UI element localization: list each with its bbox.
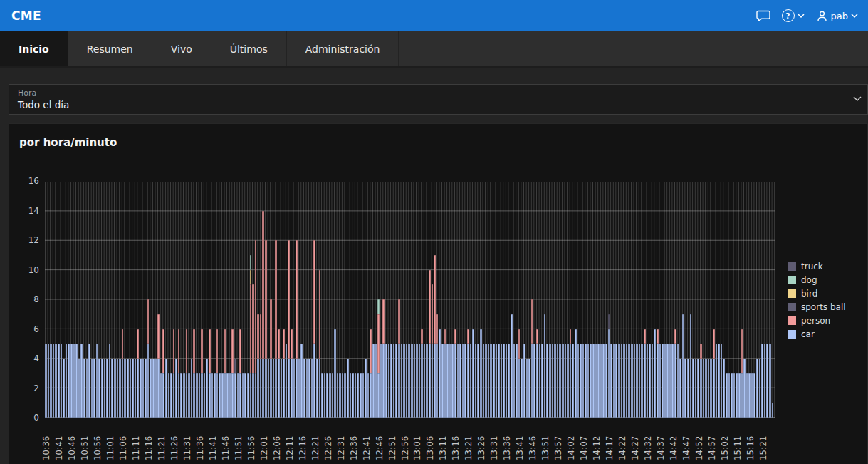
bar[interactable] bbox=[78, 359, 80, 418]
bar[interactable] bbox=[173, 329, 175, 418]
bar[interactable] bbox=[385, 344, 387, 418]
bar[interactable] bbox=[666, 344, 669, 418]
bar[interactable] bbox=[557, 344, 559, 418]
bar[interactable] bbox=[652, 344, 654, 418]
bar[interactable] bbox=[68, 344, 70, 418]
bar[interactable] bbox=[590, 344, 592, 418]
bar[interactable] bbox=[705, 359, 707, 418]
bar[interactable] bbox=[580, 344, 582, 418]
bar[interactable] bbox=[201, 329, 203, 418]
bar[interactable] bbox=[567, 344, 569, 418]
bar[interactable] bbox=[446, 344, 449, 418]
bar[interactable] bbox=[549, 344, 551, 418]
bar[interactable] bbox=[641, 344, 643, 418]
bar[interactable] bbox=[132, 359, 134, 418]
bar[interactable] bbox=[61, 344, 63, 418]
bar[interactable] bbox=[319, 270, 321, 418]
bar[interactable] bbox=[298, 359, 300, 418]
bar[interactable] bbox=[498, 344, 500, 418]
bar[interactable] bbox=[306, 359, 308, 418]
bar[interactable] bbox=[377, 299, 380, 418]
bar[interactable] bbox=[743, 359, 746, 418]
bar[interactable] bbox=[145, 359, 147, 418]
bar[interactable] bbox=[237, 373, 239, 418]
bar[interactable] bbox=[275, 240, 277, 418]
legend-item-truck[interactable]: truck bbox=[788, 262, 846, 272]
bar[interactable] bbox=[73, 344, 75, 418]
bar[interactable] bbox=[180, 373, 182, 418]
bar[interactable] bbox=[231, 329, 234, 418]
bar[interactable] bbox=[291, 329, 293, 418]
bar[interactable] bbox=[199, 373, 201, 418]
bar[interactable] bbox=[531, 299, 533, 418]
bar[interactable] bbox=[124, 359, 126, 418]
bar[interactable] bbox=[662, 344, 664, 418]
bar[interactable] bbox=[214, 373, 216, 418]
tab-vivo[interactable]: Vivo bbox=[152, 31, 211, 66]
bar[interactable] bbox=[759, 359, 761, 418]
bar[interactable] bbox=[117, 359, 119, 418]
bar[interactable] bbox=[357, 373, 359, 418]
bar[interactable] bbox=[137, 329, 139, 418]
bar[interactable] bbox=[244, 373, 246, 418]
bar[interactable] bbox=[206, 359, 208, 418]
bar[interactable] bbox=[490, 344, 492, 418]
bar[interactable] bbox=[265, 240, 267, 418]
bar[interactable] bbox=[654, 329, 656, 418]
time-filter-select[interactable]: Hora Todo el día bbox=[9, 84, 868, 115]
bar[interactable] bbox=[664, 344, 666, 418]
bar[interactable] bbox=[157, 314, 160, 418]
bar[interactable] bbox=[575, 329, 577, 418]
bar[interactable] bbox=[528, 359, 530, 418]
bar[interactable] bbox=[708, 359, 710, 418]
bar[interactable] bbox=[355, 373, 357, 418]
bar[interactable] bbox=[766, 344, 768, 418]
bar[interactable] bbox=[281, 359, 283, 418]
bar[interactable] bbox=[193, 329, 195, 418]
bar[interactable] bbox=[570, 329, 572, 418]
bar[interactable] bbox=[55, 344, 57, 418]
bar[interactable] bbox=[96, 344, 98, 418]
bar[interactable] bbox=[710, 359, 712, 418]
bar[interactable] bbox=[416, 344, 418, 418]
user-menu[interactable]: pab bbox=[816, 10, 858, 22]
bar[interactable] bbox=[260, 314, 262, 418]
bar[interactable] bbox=[451, 344, 454, 418]
bar[interactable] bbox=[268, 359, 270, 418]
bar[interactable] bbox=[186, 329, 188, 418]
bar[interactable] bbox=[501, 344, 503, 418]
bar[interactable] bbox=[75, 344, 78, 418]
bar[interactable] bbox=[585, 344, 587, 418]
bar[interactable] bbox=[127, 359, 129, 418]
bar[interactable] bbox=[733, 373, 736, 418]
bar[interactable] bbox=[475, 344, 477, 418]
bar[interactable] bbox=[738, 373, 741, 418]
bar[interactable] bbox=[562, 344, 564, 418]
bar[interactable] bbox=[434, 255, 436, 418]
bar[interactable] bbox=[375, 344, 377, 418]
bar[interactable] bbox=[111, 359, 113, 418]
bar[interactable] bbox=[332, 373, 334, 418]
bar[interactable] bbox=[682, 314, 684, 418]
bar[interactable] bbox=[270, 299, 272, 418]
bar[interactable] bbox=[334, 329, 336, 418]
bar[interactable] bbox=[483, 344, 485, 418]
bar[interactable] bbox=[293, 359, 296, 418]
bar[interactable] bbox=[165, 359, 167, 418]
bar[interactable] bbox=[713, 329, 715, 418]
bar[interactable] bbox=[764, 344, 766, 418]
bar[interactable] bbox=[360, 373, 362, 418]
bar[interactable] bbox=[226, 373, 229, 418]
bar[interactable] bbox=[162, 329, 164, 418]
tab-inicio[interactable]: Inicio bbox=[0, 31, 68, 66]
bar[interactable] bbox=[677, 344, 679, 418]
bar[interactable] bbox=[462, 344, 464, 418]
bar[interactable] bbox=[772, 403, 774, 418]
bar[interactable] bbox=[647, 344, 649, 418]
bar[interactable] bbox=[449, 344, 451, 418]
bar[interactable] bbox=[628, 344, 630, 418]
bar[interactable] bbox=[411, 344, 413, 418]
bar[interactable] bbox=[188, 373, 190, 418]
plot-area[interactable] bbox=[45, 182, 775, 418]
bar[interactable] bbox=[526, 359, 528, 418]
